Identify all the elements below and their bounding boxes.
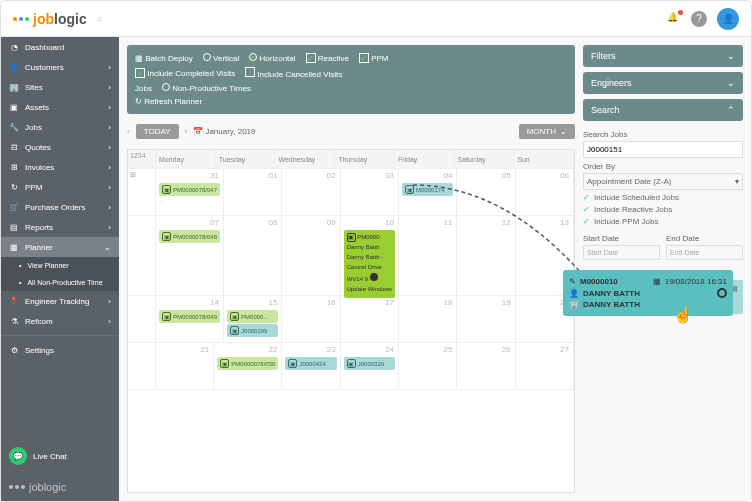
gear-icon: ⚙: [9, 345, 19, 355]
event-ppm[interactable]: ▣PM0000078/048: [159, 230, 220, 243]
end-date-input[interactable]: End Date: [666, 245, 743, 260]
cal-next-button[interactable]: ›: [185, 127, 188, 136]
help-icon[interactable]: ?: [691, 11, 707, 27]
search-jobs-input[interactable]: [583, 141, 743, 158]
include-ppm-check[interactable]: ✓ Include PPM Jobs: [583, 217, 743, 226]
sidebar-item-purchase-orders[interactable]: 🛒Purchase Orders›: [1, 197, 119, 217]
sidebar-item-sites[interactable]: 🏢Sites›: [1, 77, 119, 97]
flask-icon: ⚗: [9, 316, 19, 326]
calendar-cell[interactable]: 07▣PM0000078/048: [156, 216, 224, 295]
calendar-cell[interactable]: 09: [282, 216, 340, 295]
day-header: Tuesday: [216, 150, 276, 168]
calendar-cell[interactable]: 16: [282, 296, 340, 342]
start-date-input[interactable]: Start Date: [583, 245, 660, 260]
cancelled-visits-checkbox[interactable]: Include Cancelled Visits: [245, 67, 342, 79]
sidebar-item-assets[interactable]: ▣Assets›: [1, 97, 119, 117]
sidebar-item-refcom[interactable]: ⚗Refcom›: [1, 311, 119, 331]
calendar-cell[interactable]: 25: [399, 343, 457, 389]
completed-visits-checkbox[interactable]: ✓ Include Completed Visits: [135, 68, 235, 78]
sidebar-item-settings[interactable]: ⚙Settings: [1, 340, 119, 360]
calendar-cell[interactable]: 12: [457, 216, 515, 295]
sidebar-item-planner[interactable]: ▦Planner⌄: [1, 237, 119, 257]
event-reactive[interactable]: ▣J0000424: [285, 357, 336, 370]
order-by-select[interactable]: Appointment Date (Z-A)▾: [583, 173, 743, 190]
calendar-cell[interactable]: 11: [399, 216, 457, 295]
event-reactive[interactable]: ▣M0000174: [402, 183, 453, 196]
notification-bell-icon[interactable]: 🔔: [667, 12, 681, 26]
building-icon: 🏢: [9, 82, 19, 92]
sidebar-item-engineer-tracking[interactable]: 📍Engineer Tracking›: [1, 291, 119, 311]
chart-icon: ▤: [9, 222, 19, 232]
include-scheduled-check[interactable]: ✓ Include Scheduled Jobs: [583, 193, 743, 202]
sidebar-item-view-planner[interactable]: •View Planner: [1, 257, 119, 274]
sidebar-item-ppm[interactable]: ↻PPM›: [1, 177, 119, 197]
calendar-cell[interactable]: 01: [224, 169, 282, 215]
cal-prev-button[interactable]: ‹: [127, 127, 130, 136]
calendar-cell[interactable]: 24▣J0000329: [341, 343, 399, 389]
calendar-cell[interactable]: 31▣PM0000078/047...: [156, 169, 224, 215]
filters-panel-header[interactable]: Filters⌄: [583, 45, 743, 67]
user-avatar[interactable]: 👤: [717, 8, 739, 30]
calendar-cell[interactable]: 22▣PM0000078/050: [214, 343, 282, 389]
calendar-cell[interactable]: 14▣PM0000078/049: [156, 296, 224, 342]
pencil-icon: ✎: [569, 277, 576, 286]
calendar-cell[interactable]: 21: [156, 343, 214, 389]
calendar-cell[interactable]: 08: [224, 216, 282, 295]
engineers-panel-header[interactable]: Engineers⌄: [583, 72, 743, 94]
repeat-icon: ↻: [9, 182, 19, 192]
invoice-icon: ⊞: [9, 162, 19, 172]
event-ppm[interactable]: ▣PM0000...: [227, 310, 278, 323]
sidebar-item-jobs[interactable]: 🔧Jobs›: [1, 117, 119, 137]
include-reactive-check[interactable]: ✓ Include Reactive Jobs: [583, 205, 743, 214]
event-ppm[interactable]: ▣PM0000078/050: [217, 357, 278, 370]
calendar-cell[interactable]: 17: [341, 296, 399, 342]
event-reactive[interactable]: ▣J0000329: [344, 357, 395, 370]
batch-deploy-button[interactable]: ▦ Batch Deploy: [135, 54, 193, 63]
non-productive-radio[interactable]: Non-Productive Times: [162, 83, 251, 93]
search-panel-header[interactable]: Search⌃: [583, 99, 743, 121]
live-chat-button[interactable]: 💬Live Chat: [1, 439, 119, 473]
reactive-checkbox[interactable]: ✓ Reactive: [306, 53, 349, 63]
event-reactive[interactable]: ▣J0000299: [227, 324, 278, 337]
box-icon: ▣: [9, 102, 19, 112]
calendar-cell[interactable]: 27: [516, 343, 574, 389]
refresh-button[interactable]: ↻ Refresh Planner: [135, 97, 202, 106]
sidebar-item-reports[interactable]: ▤Reports›: [1, 217, 119, 237]
vertical-radio[interactable]: Vertical: [203, 53, 239, 63]
calendar-cell[interactable]: 04▣M0000174: [399, 169, 457, 215]
today-button[interactable]: TODAY: [136, 124, 179, 139]
view-mode-button[interactable]: MONTH ⌄: [519, 124, 575, 139]
app-header: joblogic ≡ 🔔 ? 👤: [1, 1, 751, 37]
sidebar-item-invoices[interactable]: ⊞Invoices›: [1, 157, 119, 177]
calendar-cell[interactable]: 19: [457, 296, 515, 342]
calendar-icon: ▦: [9, 242, 19, 252]
month-picker[interactable]: 📅 January, 2019: [193, 127, 255, 136]
expand-icon[interactable]: ⊞: [130, 171, 136, 178]
calendar-cell[interactable]: 18: [399, 296, 457, 342]
sidebar-item-customers[interactable]: 👤Customers›: [1, 57, 119, 77]
event-detail[interactable]: ▣ PM0000 Danny Batth Danny Batth - Centr…: [344, 230, 395, 298]
calendar-cell[interactable]: 15▣PM0000...▣J0000299: [224, 296, 282, 342]
calendar-cell[interactable]: 05: [457, 169, 515, 215]
sidebar-item-quotes[interactable]: ⊟Quotes›: [1, 137, 119, 157]
row-label: 1234: [128, 150, 156, 168]
calendar-cell[interactable]: 23▣J0000424: [282, 343, 340, 389]
chat-icon: 💬: [9, 447, 27, 465]
sidebar-item-non-productive[interactable]: •All Non-Productive Time: [1, 274, 119, 291]
calendar-cell[interactable]: 26: [457, 343, 515, 389]
calendar-cell[interactable]: 02: [282, 169, 340, 215]
planner-toolbar: ▦ Batch Deploy Vertical Horizontal ✓ Rea…: [127, 45, 575, 114]
person-icon: 👤: [569, 289, 579, 298]
calendar-cell[interactable]: 03: [341, 169, 399, 215]
ppm-checkbox[interactable]: ✓ PPM: [359, 53, 389, 63]
hamburger-icon[interactable]: ≡: [97, 14, 102, 24]
cursor-hand-icon: ☝: [673, 305, 693, 324]
event-ppm[interactable]: ▣PM0000078/049: [159, 310, 220, 323]
sidebar-item-dashboard[interactable]: ◔Dashboard: [1, 37, 119, 57]
day-header: Thursday: [335, 150, 395, 168]
calendar-cell[interactable]: 06: [516, 169, 574, 215]
horizontal-radio[interactable]: Horizontal: [249, 53, 295, 63]
event-ppm[interactable]: ▣PM0000078/047: [159, 183, 220, 196]
calendar-cell[interactable]: 10 ▣ PM0000 Danny Batth Danny Batth - Ce…: [341, 216, 399, 295]
calendar-grid: 1234 Monday Tuesday Wednesday Thursday F…: [127, 149, 575, 493]
